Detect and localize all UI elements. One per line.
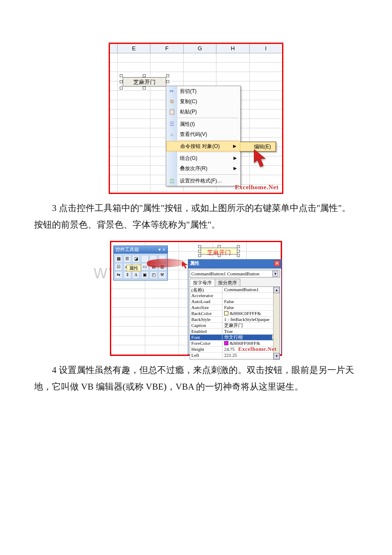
- properties-tooltip: 属性: [127, 265, 141, 272]
- menu-format-control[interactable]: ◫设置控件格式(F)…: [166, 176, 240, 186]
- watermark: Excelhome.Net: [235, 184, 279, 191]
- menu-order[interactable]: 叠放次序(R)▶: [166, 163, 240, 173]
- menu-command-button-object[interactable]: 命令按钮 对象(O)▶: [166, 141, 240, 151]
- command-button-face[interactable]: 芝麻开门: [123, 77, 166, 87]
- toolbox-close-icon[interactable]: ✕: [162, 248, 166, 252]
- property-row[interactable]: EnabledTrue: [190, 329, 280, 335]
- context-menu: ✂剪切(T) ⧉复制(C) 📋粘贴(P) ☰属性(I) ⌕查看代码(V) 命令按…: [166, 86, 241, 186]
- property-value[interactable]: 芝麻开门: [222, 323, 280, 328]
- toolbox-button[interactable]: ▣: [141, 271, 149, 279]
- menu-properties[interactable]: ☰属性(I): [166, 119, 240, 129]
- tab-alphabetic[interactable]: 按字母序: [190, 279, 215, 286]
- property-row[interactable]: Caption芝麻开门: [190, 323, 280, 329]
- property-name: Font: [190, 335, 222, 340]
- col-header[interactable]: E: [118, 44, 150, 53]
- property-name: Left: [190, 353, 222, 358]
- property-name: AutoLoad: [190, 299, 222, 304]
- object-selector-dropdown[interactable]: CommandButton1 CommandButton ▾: [190, 270, 280, 278]
- toolbox-button[interactable]: ⇆: [115, 271, 122, 279]
- property-value[interactable]: False: [222, 305, 280, 310]
- property-row[interactable]: AutoLoadFalse: [190, 299, 280, 305]
- property-value[interactable]: CommandButton1: [222, 287, 280, 292]
- property-name: BackColor: [190, 311, 222, 316]
- col-header[interactable]: I: [250, 44, 282, 53]
- screenshot-1: E F G H I 芝麻开门 ✂剪切(T) ⧉复制(C) 📋: [109, 43, 283, 194]
- toolbox-button[interactable]: ⇕: [124, 271, 131, 279]
- submenu-arrow-icon: ▶: [233, 141, 236, 151]
- property-name: BackStyle: [190, 317, 222, 322]
- property-value[interactable]: False: [222, 299, 280, 304]
- scroll-down-icon[interactable]: ▾: [274, 353, 280, 359]
- tutorial-paragraph-4: 4 设置属性虽然有趣，但总不过瘾，来点刺激的。双击按钮，眼前是另一片天地，它叫做…: [34, 362, 358, 395]
- col-header[interactable]: F: [150, 44, 183, 53]
- toolbox-button[interactable]: ⚒: [159, 271, 166, 279]
- property-name: ForeColor: [190, 341, 222, 346]
- screenshot-2: 控件工具箱 ▼✕ ▦ ☰ ◪ ☑ ab ◉ ▭ ▤ ▥ ⇆ ⇕ A ▣ ◰ ⚒ …: [110, 241, 282, 356]
- col-header[interactable]: H: [216, 44, 249, 53]
- tutorial-paragraph-3: 3 点击控件工具箱中的"属性"按钮，或如上图所示的右键菜单中点击"属性"。按钮的…: [34, 200, 358, 233]
- copy-icon: ⧉: [168, 98, 176, 105]
- scroll-up-icon[interactable]: ▴: [274, 287, 280, 293]
- view-code-icon: ⌕: [168, 130, 176, 138]
- submenu: 编辑(E): [239, 142, 276, 152]
- format-control-icon: ◫: [168, 177, 176, 185]
- color-swatch-icon: [224, 311, 228, 315]
- col-gutter: [110, 44, 118, 53]
- property-row[interactable]: Left221.25: [190, 353, 280, 358]
- property-name: Caption: [190, 323, 222, 328]
- command-button-face[interactable]: 芝麻开门: [201, 248, 237, 254]
- properties-window[interactable]: ✕ CommandButton1 CommandButton ▾ 按字母序 按分…: [188, 259, 282, 355]
- property-row[interactable]: Accelerator: [190, 293, 280, 299]
- property-value[interactable]: 1 - fmBackStyleOpaque: [222, 317, 280, 322]
- column-headers: E F G H I: [110, 44, 282, 53]
- property-name: Enabled: [190, 329, 222, 334]
- toolbox-button[interactable]: ◪: [132, 255, 140, 263]
- toolbox-button[interactable]: A: [132, 271, 140, 279]
- submenu-arrow-icon: ▶: [233, 163, 237, 173]
- menu-cut[interactable]: ✂剪切(T): [166, 86, 240, 96]
- toolbox-button[interactable]: ☰: [124, 255, 131, 263]
- property-value[interactable]: [222, 293, 280, 298]
- menu-view-code[interactable]: ⌕查看代码(V): [166, 129, 240, 139]
- properties-icon: ☰: [168, 120, 176, 128]
- submenu-arrow-icon: ▶: [233, 153, 237, 163]
- toolbox-button[interactable]: ◰: [150, 271, 157, 279]
- property-name: (名称): [190, 287, 222, 292]
- color-swatch-icon: [224, 341, 228, 345]
- property-row[interactable]: BackColor&H00C0FFFF&: [190, 311, 280, 317]
- property-name: Accelerator: [190, 293, 222, 298]
- property-row[interactable]: Font华文行楷…: [190, 335, 280, 341]
- tab-categorized[interactable]: 按分类序: [215, 279, 240, 286]
- property-row[interactable]: AutoSizeFalse: [190, 305, 280, 311]
- menu-copy[interactable]: ⧉复制(C): [166, 96, 240, 107]
- menu-paste[interactable]: 📋粘贴(P): [166, 107, 240, 117]
- property-value[interactable]: &H00C0FFFF&: [222, 311, 280, 316]
- property-value[interactable]: 221.25: [222, 353, 280, 358]
- property-name: AutoSize: [190, 305, 222, 310]
- property-row[interactable]: (名称)CommandButton1: [190, 287, 280, 293]
- paste-icon: 📋: [168, 108, 176, 116]
- dropdown-arrow-icon[interactable]: ▾: [272, 271, 278, 277]
- toolbox-titlebar[interactable]: 控件工具箱 ▼✕: [114, 246, 167, 254]
- command-button-selected[interactable]: 芝麻开门: [121, 76, 167, 88]
- toolbox-dropdown-icon[interactable]: ▼: [158, 248, 161, 252]
- property-value[interactable]: True: [222, 329, 280, 334]
- toolbox-button[interactable]: ☑: [115, 263, 122, 271]
- col-header[interactable]: G: [184, 44, 216, 53]
- cut-icon: ✂: [168, 87, 176, 95]
- property-name: Height: [190, 347, 222, 352]
- control-toolbox-palette[interactable]: 控件工具箱 ▼✕ ▦ ☰ ◪ ☑ ab ◉ ▭ ▤ ▥ ⇆ ⇕ A ▣ ◰ ⚒ …: [113, 246, 168, 280]
- property-value[interactable]: 华文行楷…: [222, 335, 280, 340]
- menu-grouping[interactable]: 组合(G)▶: [166, 153, 240, 163]
- toolbox-button[interactable]: ▦: [115, 255, 122, 263]
- command-button-selected[interactable]: 芝麻开门: [199, 246, 239, 256]
- watermark: Excelhome.Net: [238, 346, 277, 353]
- property-row[interactable]: BackStyle1 - fmBackStyleOpaque: [190, 317, 280, 323]
- submenu-edit[interactable]: 编辑(E): [240, 142, 276, 151]
- close-button[interactable]: ✕: [274, 260, 280, 266]
